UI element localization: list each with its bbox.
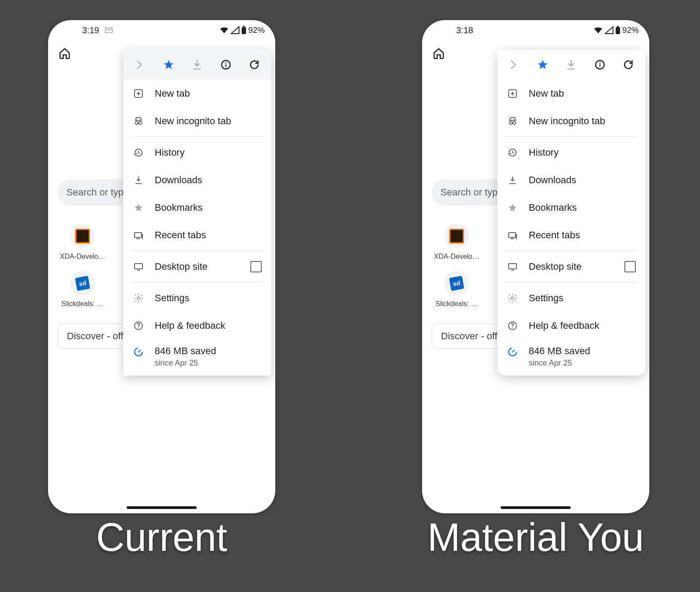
menu-incognito[interactable]: New incognito tab bbox=[123, 107, 271, 135]
shortcut-slickdeals[interactable]: sd Slickdeals: … bbox=[432, 271, 482, 308]
menu-new-tab[interactable]: New tab bbox=[497, 80, 645, 107]
discover-chip[interactable]: Discover - off bbox=[432, 324, 508, 349]
history-icon bbox=[507, 147, 518, 158]
menu-label: History bbox=[155, 147, 184, 158]
downloads-icon bbox=[133, 175, 144, 185]
incognito-icon bbox=[507, 116, 518, 126]
menu-label: Help & feedback bbox=[155, 320, 225, 331]
gear-icon bbox=[507, 293, 518, 303]
svg-rect-4 bbox=[225, 64, 226, 67]
shortcut-slickdeals[interactable]: sd Slickdeals: … bbox=[58, 271, 107, 308]
desktop-icon bbox=[507, 261, 518, 272]
wifi-icon bbox=[593, 26, 603, 34]
data-saver-icon bbox=[133, 347, 144, 357]
data-saved-sub: since Apr 25 bbox=[155, 359, 216, 368]
caption-material-you: Material You bbox=[422, 515, 649, 560]
menu-label: New incognito tab bbox=[529, 115, 605, 127]
desktop-icon bbox=[133, 261, 144, 272]
refresh-icon[interactable] bbox=[623, 59, 634, 70]
forward-icon[interactable] bbox=[135, 59, 146, 70]
recent-tabs-icon bbox=[133, 230, 144, 240]
menu-downloads[interactable]: Downloads bbox=[497, 166, 645, 194]
svg-rect-18 bbox=[617, 26, 619, 27]
svg-rect-10 bbox=[136, 238, 140, 239]
gear-icon bbox=[133, 293, 144, 303]
menu-recent-tabs[interactable]: Recent tabs bbox=[123, 221, 271, 249]
shortcut-xda[interactable]: XDA-Develo… bbox=[432, 224, 482, 261]
menu-incognito[interactable]: New incognito tab bbox=[497, 107, 645, 135]
shortcut-label: XDA-Develo… bbox=[60, 253, 105, 260]
status-time: 3:18 bbox=[456, 25, 473, 35]
menu-help[interactable]: Help & feedback bbox=[123, 312, 271, 339]
svg-rect-9 bbox=[142, 234, 143, 239]
home-icon[interactable] bbox=[59, 47, 71, 59]
menu-label: New tab bbox=[529, 88, 564, 99]
svg-point-13 bbox=[137, 297, 140, 299]
menu-new-tab[interactable]: New tab bbox=[123, 80, 271, 107]
menu-recent-tabs[interactable]: Recent tabs bbox=[497, 221, 645, 249]
signal-icon bbox=[231, 26, 239, 34]
menu-label: New incognito tab bbox=[155, 115, 231, 127]
menu-label: Bookmarks bbox=[155, 202, 203, 213]
history-icon bbox=[133, 147, 144, 158]
status-bar: 3:18 92% bbox=[422, 20, 649, 40]
menu-history[interactable]: History bbox=[497, 139, 645, 166]
shortcut-xda[interactable]: XDA-Develo… bbox=[58, 224, 107, 261]
battery-text: 92% bbox=[622, 25, 639, 35]
menu-label: New tab bbox=[155, 88, 190, 99]
menu-label: Help & feedback bbox=[529, 320, 599, 331]
signal-icon bbox=[605, 26, 613, 34]
menu-label: Bookmarks bbox=[529, 202, 577, 213]
menu-help[interactable]: Help & feedback bbox=[497, 312, 645, 339]
discover-chip[interactable]: Discover - off bbox=[58, 324, 134, 349]
battery-text: 92% bbox=[248, 25, 265, 35]
svg-point-20 bbox=[599, 62, 600, 63]
plus-square-icon bbox=[507, 88, 518, 99]
refresh-icon[interactable] bbox=[249, 59, 260, 70]
svg-point-6 bbox=[135, 121, 139, 124]
menu-desktop-site[interactable]: Desktop site bbox=[497, 253, 645, 280]
svg-point-30 bbox=[511, 297, 514, 299]
menu-settings[interactable]: Settings bbox=[497, 284, 645, 312]
wifi-icon bbox=[219, 26, 229, 34]
svg-rect-1 bbox=[243, 26, 245, 27]
info-icon[interactable] bbox=[220, 59, 232, 70]
svg-rect-17 bbox=[616, 27, 620, 34]
menu-label: Desktop site bbox=[155, 261, 208, 272]
svg-point-23 bbox=[509, 121, 513, 124]
gesture-bar bbox=[127, 506, 197, 509]
star-icon[interactable] bbox=[537, 59, 548, 70]
star-icon[interactable] bbox=[163, 59, 174, 70]
svg-rect-11 bbox=[135, 264, 142, 269]
menu-bookmarks[interactable]: Bookmarks bbox=[123, 194, 271, 221]
menu-label: Downloads bbox=[529, 174, 576, 186]
downloads-icon bbox=[507, 175, 518, 185]
menu-bookmarks[interactable]: Bookmarks bbox=[497, 194, 645, 221]
bookmarks-icon bbox=[133, 202, 144, 213]
incognito-icon bbox=[133, 116, 144, 126]
menu-settings[interactable]: Settings bbox=[123, 284, 271, 312]
download-icon[interactable] bbox=[191, 59, 203, 70]
desktop-checkbox[interactable] bbox=[250, 261, 262, 272]
gesture-bar bbox=[501, 506, 571, 509]
menu-data-saved[interactable]: 846 MB saved since Apr 25 bbox=[123, 339, 271, 376]
menu-desktop-site[interactable]: Desktop site bbox=[123, 253, 271, 280]
info-icon[interactable] bbox=[594, 59, 606, 70]
discover-label: Discover - off bbox=[441, 331, 497, 342]
overflow-menu: New tab New incognito tab History Downlo… bbox=[123, 50, 271, 376]
data-saver-icon bbox=[507, 347, 518, 357]
menu-label: Recent tabs bbox=[529, 230, 580, 241]
phone-current: 3:19 92% Search or type bbox=[48, 20, 275, 513]
omnibox-placeholder: Search or type bbox=[66, 187, 129, 198]
phone-material-you: 3:18 92% Search or type XDA-Develo… bbox=[422, 20, 649, 513]
desktop-checkbox[interactable] bbox=[624, 261, 636, 272]
menu-label: Settings bbox=[529, 293, 564, 304]
menu-history[interactable]: History bbox=[123, 139, 271, 166]
home-icon[interactable] bbox=[433, 47, 445, 59]
forward-icon[interactable] bbox=[509, 59, 520, 70]
menu-data-saved[interactable]: 846 MB saved since Apr 25 bbox=[497, 339, 645, 376]
download-icon[interactable] bbox=[565, 59, 577, 70]
menu-downloads[interactable]: Downloads bbox=[123, 166, 271, 194]
svg-rect-8 bbox=[135, 233, 142, 237]
data-saved-sub: since Apr 25 bbox=[529, 359, 590, 368]
